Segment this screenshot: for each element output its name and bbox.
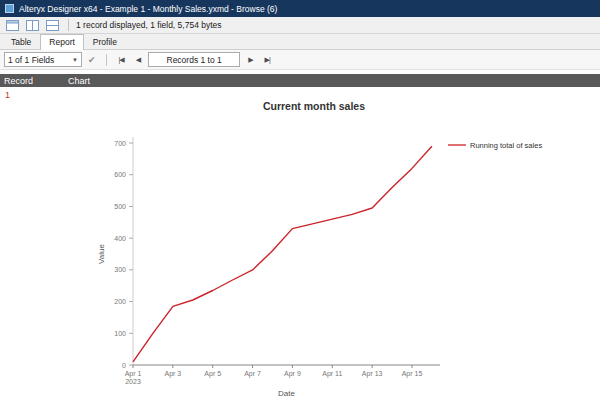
record-status-text: 1 record displayed, 1 field, 5,754 bytes — [76, 20, 222, 30]
previous-record-button[interactable]: ◀ — [132, 54, 144, 66]
x-tick-label: Apr 15 — [402, 370, 423, 378]
y-tick-label: 0 — [122, 362, 126, 369]
next-record-button[interactable]: ▶ — [244, 54, 256, 66]
record-navigation-toolbar: 1 of 1 Fields ▼ ✔ |◀ ◀ Records 1 to 1 ▶ … — [0, 50, 600, 70]
records-range-value: Records 1 to 1 — [167, 55, 222, 65]
legend-label: Running total of sales — [470, 141, 542, 150]
x-tick-label: Apr 7 — [244, 370, 261, 378]
y-tick-label: 300 — [114, 266, 126, 273]
layout-single-pane-glyph — [6, 20, 19, 31]
chart-title: Current month sales — [263, 100, 365, 112]
y-tick-label: 700 — [114, 140, 126, 147]
x-tick-label: Apr 1 — [125, 370, 142, 378]
window-title: Alteryx Designer x64 - Example 1 - Month… — [19, 4, 277, 14]
x-tick-label: Apr 3 — [164, 370, 181, 378]
chart-cell: Current month salesRunning total of sale… — [64, 87, 600, 410]
series-line-running-total — [133, 146, 432, 362]
records-range-field[interactable]: Records 1 to 1 — [148, 52, 240, 67]
x-tick-label: Apr 5 — [204, 370, 221, 378]
browse-toolbar: 1 record displayed, 1 field, 5,754 bytes — [0, 17, 600, 34]
column-header-record[interactable]: Record — [0, 76, 64, 86]
tab-profile[interactable]: Profile — [84, 34, 126, 49]
chevron-down-icon: ▼ — [72, 57, 78, 63]
y-tick-label: 600 — [114, 171, 126, 178]
x-tick-label: Apr 9 — [284, 370, 301, 378]
toolbar-separator — [68, 19, 69, 31]
layout-horizontal-split-icon[interactable] — [44, 18, 61, 32]
toolbar-separator — [106, 54, 107, 66]
app-icon — [5, 4, 14, 13]
y-tick-label: 500 — [114, 203, 126, 210]
x-tick-sublabel: 2023 — [125, 378, 141, 385]
titlebar: Alteryx Designer x64 - Example 1 - Month… — [0, 0, 600, 17]
last-record-button[interactable]: ▶| — [261, 54, 274, 66]
layout-vertical-split-icon[interactable] — [24, 18, 41, 32]
column-header-chart[interactable]: Chart — [64, 76, 600, 86]
fields-selector-value: 1 of 1 Fields — [8, 55, 54, 65]
layout-vertical-split-glyph — [26, 20, 39, 31]
x-tick-label: Apr 13 — [362, 370, 383, 378]
y-tick-label: 200 — [114, 298, 126, 305]
apply-check-icon[interactable]: ✔ — [86, 55, 98, 65]
layout-single-pane-icon[interactable] — [4, 18, 21, 32]
x-axis-title: Date — [278, 389, 295, 398]
record-number-cell[interactable]: 1 — [0, 87, 64, 410]
results-grid-header: Record Chart — [0, 74, 600, 87]
fields-selector[interactable]: 1 of 1 Fields ▼ — [4, 52, 82, 67]
y-axis-title: Value — [97, 244, 106, 264]
tab-report[interactable]: Report — [40, 34, 84, 50]
x-tick-label: Apr 11 — [322, 370, 342, 378]
tab-table[interactable]: Table — [2, 34, 40, 49]
alteryx-browse-window: Alteryx Designer x64 - Example 1 - Month… — [0, 0, 600, 410]
first-record-button[interactable]: |◀ — [115, 54, 128, 66]
results-grid-body: 1 Current month salesRunning total of sa… — [0, 87, 600, 410]
sales-line-chart: Current month salesRunning total of sale… — [64, 87, 600, 410]
view-tabs: Table Report Profile — [0, 34, 600, 50]
layout-horizontal-split-glyph — [46, 20, 59, 31]
y-tick-label: 100 — [114, 330, 126, 337]
y-tick-label: 400 — [114, 235, 126, 242]
